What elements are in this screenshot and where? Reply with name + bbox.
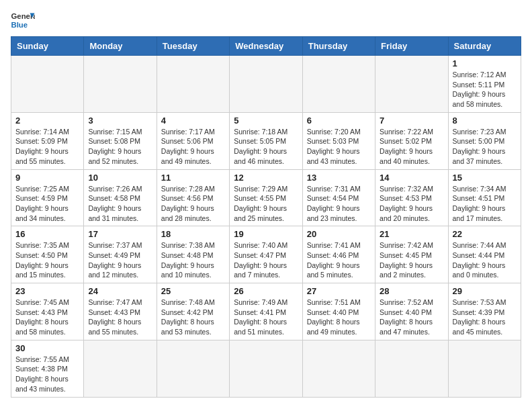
day-info: Sunrise: 7:28 AM Sunset: 4:56 PM Dayligh… bbox=[161, 184, 225, 224]
calendar-day-cell bbox=[375, 340, 448, 397]
day-info: Sunrise: 7:47 AM Sunset: 4:43 PM Dayligh… bbox=[88, 298, 152, 337]
day-number: 24 bbox=[88, 286, 152, 296]
calendar-day-cell: 21Sunrise: 7:42 AM Sunset: 4:45 PM Dayli… bbox=[375, 226, 448, 283]
calendar-day-header: Thursday bbox=[302, 37, 375, 56]
day-info: Sunrise: 7:41 AM Sunset: 4:46 PM Dayligh… bbox=[307, 240, 371, 280]
calendar-day-cell: 25Sunrise: 7:48 AM Sunset: 4:42 PM Dayli… bbox=[157, 283, 229, 340]
day-info: Sunrise: 7:42 AM Sunset: 4:45 PM Dayligh… bbox=[380, 240, 443, 280]
calendar-day-cell bbox=[230, 56, 302, 113]
calendar-day-cell: 6Sunrise: 7:20 AM Sunset: 5:03 PM Daylig… bbox=[302, 112, 375, 169]
day-number: 5 bbox=[234, 116, 298, 126]
page-header: General Blue bbox=[11, 11, 521, 30]
calendar-day-cell bbox=[11, 56, 84, 113]
calendar-day-cell: 4Sunrise: 7:17 AM Sunset: 5:06 PM Daylig… bbox=[157, 112, 229, 169]
calendar-day-cell: 30Sunrise: 7:55 AM Sunset: 4:38 PM Dayli… bbox=[11, 340, 84, 397]
day-info: Sunrise: 7:35 AM Sunset: 4:50 PM Dayligh… bbox=[15, 240, 79, 280]
day-number: 11 bbox=[161, 173, 225, 183]
day-number: 15 bbox=[453, 173, 517, 183]
day-info: Sunrise: 7:32 AM Sunset: 4:53 PM Dayligh… bbox=[380, 184, 443, 224]
calendar-day-cell bbox=[157, 56, 229, 113]
day-info: Sunrise: 7:23 AM Sunset: 5:00 PM Dayligh… bbox=[453, 127, 517, 167]
calendar-day-header: Tuesday bbox=[157, 37, 229, 56]
calendar-day-cell: 7Sunrise: 7:22 AM Sunset: 5:02 PM Daylig… bbox=[375, 112, 448, 169]
calendar-day-cell: 11Sunrise: 7:28 AM Sunset: 4:56 PM Dayli… bbox=[157, 169, 229, 226]
calendar-day-cell bbox=[302, 340, 375, 397]
day-number: 6 bbox=[307, 116, 371, 126]
calendar-week-row: 16Sunrise: 7:35 AM Sunset: 4:50 PM Dayli… bbox=[11, 226, 521, 283]
calendar-week-row: 1Sunrise: 7:12 AM Sunset: 5:11 PM Daylig… bbox=[11, 56, 521, 113]
day-number: 4 bbox=[161, 116, 225, 126]
calendar-week-row: 30Sunrise: 7:55 AM Sunset: 4:38 PM Dayli… bbox=[11, 340, 521, 397]
calendar-day-cell: 19Sunrise: 7:40 AM Sunset: 4:47 PM Dayli… bbox=[230, 226, 302, 283]
day-info: Sunrise: 7:55 AM Sunset: 4:38 PM Dayligh… bbox=[15, 355, 79, 394]
day-number: 17 bbox=[88, 229, 152, 239]
calendar-week-row: 23Sunrise: 7:45 AM Sunset: 4:43 PM Dayli… bbox=[11, 283, 521, 340]
day-number: 12 bbox=[234, 173, 298, 183]
calendar-day-cell: 12Sunrise: 7:29 AM Sunset: 4:55 PM Dayli… bbox=[230, 169, 302, 226]
calendar-day-header: Friday bbox=[375, 37, 448, 56]
calendar-table: SundayMondayTuesdayWednesdayThursdayFrid… bbox=[11, 36, 521, 398]
day-number: 26 bbox=[234, 286, 298, 296]
calendar-day-cell: 3Sunrise: 7:15 AM Sunset: 5:08 PM Daylig… bbox=[84, 112, 157, 169]
day-number: 1 bbox=[453, 58, 517, 68]
day-info: Sunrise: 7:14 AM Sunset: 5:09 PM Dayligh… bbox=[15, 127, 79, 167]
calendar-day-cell: 28Sunrise: 7:52 AM Sunset: 4:40 PM Dayli… bbox=[375, 283, 448, 340]
day-info: Sunrise: 7:51 AM Sunset: 4:40 PM Dayligh… bbox=[307, 298, 371, 337]
calendar-day-cell: 15Sunrise: 7:34 AM Sunset: 4:51 PM Dayli… bbox=[448, 169, 521, 226]
calendar-day-cell: 16Sunrise: 7:35 AM Sunset: 4:50 PM Dayli… bbox=[11, 226, 84, 283]
day-number: 29 bbox=[453, 286, 517, 296]
day-number: 16 bbox=[15, 229, 79, 239]
day-info: Sunrise: 7:31 AM Sunset: 4:54 PM Dayligh… bbox=[307, 184, 371, 224]
calendar-day-cell bbox=[84, 56, 157, 113]
generalblue-logo-icon: General Blue bbox=[11, 11, 35, 30]
calendar-day-cell: 22Sunrise: 7:44 AM Sunset: 4:44 PM Dayli… bbox=[448, 226, 521, 283]
day-info: Sunrise: 7:20 AM Sunset: 5:03 PM Dayligh… bbox=[307, 127, 371, 167]
day-number: 18 bbox=[161, 229, 225, 239]
day-info: Sunrise: 7:34 AM Sunset: 4:51 PM Dayligh… bbox=[453, 184, 517, 224]
day-number: 13 bbox=[307, 173, 371, 183]
day-info: Sunrise: 7:45 AM Sunset: 4:43 PM Dayligh… bbox=[15, 298, 79, 337]
svg-text:Blue: Blue bbox=[11, 21, 28, 29]
calendar-week-row: 9Sunrise: 7:25 AM Sunset: 4:59 PM Daylig… bbox=[11, 169, 521, 226]
calendar-day-cell bbox=[84, 340, 157, 397]
day-info: Sunrise: 7:44 AM Sunset: 4:44 PM Dayligh… bbox=[453, 240, 517, 280]
day-number: 23 bbox=[15, 286, 79, 296]
day-number: 14 bbox=[380, 173, 443, 183]
day-info: Sunrise: 7:29 AM Sunset: 4:55 PM Dayligh… bbox=[234, 184, 298, 224]
calendar-day-header: Sunday bbox=[11, 37, 84, 56]
calendar-day-cell: 5Sunrise: 7:18 AM Sunset: 5:05 PM Daylig… bbox=[230, 112, 302, 169]
day-number: 27 bbox=[307, 286, 371, 296]
calendar-day-cell: 29Sunrise: 7:53 AM Sunset: 4:39 PM Dayli… bbox=[448, 283, 521, 340]
day-info: Sunrise: 7:37 AM Sunset: 4:49 PM Dayligh… bbox=[88, 240, 152, 280]
calendar-day-cell: 8Sunrise: 7:23 AM Sunset: 5:00 PM Daylig… bbox=[448, 112, 521, 169]
calendar-day-cell: 2Sunrise: 7:14 AM Sunset: 5:09 PM Daylig… bbox=[11, 112, 84, 169]
day-number: 10 bbox=[88, 173, 152, 183]
day-info: Sunrise: 7:18 AM Sunset: 5:05 PM Dayligh… bbox=[234, 127, 298, 167]
day-info: Sunrise: 7:15 AM Sunset: 5:08 PM Dayligh… bbox=[88, 127, 152, 167]
calendar-day-cell: 10Sunrise: 7:26 AM Sunset: 4:58 PM Dayli… bbox=[84, 169, 157, 226]
logo: General Blue bbox=[11, 11, 35, 30]
calendar-day-cell: 17Sunrise: 7:37 AM Sunset: 4:49 PM Dayli… bbox=[84, 226, 157, 283]
calendar-day-cell: 27Sunrise: 7:51 AM Sunset: 4:40 PM Dayli… bbox=[302, 283, 375, 340]
calendar-day-cell: 13Sunrise: 7:31 AM Sunset: 4:54 PM Dayli… bbox=[302, 169, 375, 226]
calendar-header-row: SundayMondayTuesdayWednesdayThursdayFrid… bbox=[11, 37, 521, 56]
calendar-day-header: Saturday bbox=[448, 37, 521, 56]
day-info: Sunrise: 7:48 AM Sunset: 4:42 PM Dayligh… bbox=[161, 298, 225, 337]
calendar-day-cell bbox=[302, 56, 375, 113]
day-number: 21 bbox=[380, 229, 443, 239]
calendar-day-cell: 1Sunrise: 7:12 AM Sunset: 5:11 PM Daylig… bbox=[448, 56, 521, 113]
day-info: Sunrise: 7:26 AM Sunset: 4:58 PM Dayligh… bbox=[88, 184, 152, 224]
calendar-day-cell bbox=[230, 340, 302, 397]
calendar-day-cell: 9Sunrise: 7:25 AM Sunset: 4:59 PM Daylig… bbox=[11, 169, 84, 226]
calendar-week-row: 2Sunrise: 7:14 AM Sunset: 5:09 PM Daylig… bbox=[11, 112, 521, 169]
day-info: Sunrise: 7:25 AM Sunset: 4:59 PM Dayligh… bbox=[15, 184, 79, 224]
day-info: Sunrise: 7:22 AM Sunset: 5:02 PM Dayligh… bbox=[380, 127, 443, 167]
calendar-day-cell: 24Sunrise: 7:47 AM Sunset: 4:43 PM Dayli… bbox=[84, 283, 157, 340]
day-info: Sunrise: 7:52 AM Sunset: 4:40 PM Dayligh… bbox=[380, 298, 443, 337]
day-number: 9 bbox=[15, 173, 79, 183]
calendar-day-header: Wednesday bbox=[230, 37, 302, 56]
day-info: Sunrise: 7:40 AM Sunset: 4:47 PM Dayligh… bbox=[234, 240, 298, 280]
day-number: 20 bbox=[307, 229, 371, 239]
day-number: 7 bbox=[380, 116, 443, 126]
day-number: 2 bbox=[15, 116, 79, 126]
